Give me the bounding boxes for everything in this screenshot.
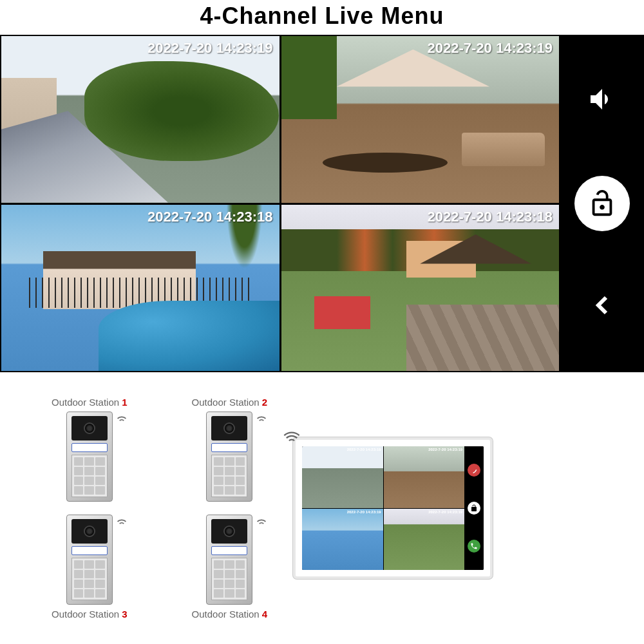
camera-grid: 2022-7-20 14:23:19 2022-7-20 14:23:19 20… [0,35,560,372]
station-label: Outdoor Station 2 [192,397,268,408]
wifi-icon [254,411,269,425]
wifi-icon [115,514,129,528]
speaker-button[interactable] [587,84,618,117]
station-label: Outdoor Station 4 [192,609,268,620]
back-button[interactable] [587,290,618,323]
mini-camera-4: 2022-7-20 14:23:19 [384,509,465,571]
timestamp: 2022-7-20 14:23:19 [147,40,272,57]
station-label: Outdoor Station 3 [52,609,128,620]
control-sidebar [560,35,644,372]
mini-camera-2: 2022-7-20 14:23:19 [384,446,465,508]
chevron-left-icon [587,290,618,321]
answer-icon [468,540,480,553]
devices-diagram: Outdoor Station 1 Outdoor Station 2 [0,372,644,644]
outdoor-station-1: Outdoor Station 1 [52,397,128,502]
timestamp: 2022-7-20 14:23:19 [428,40,553,57]
camera-feed-1[interactable]: 2022-7-20 14:23:19 [1,36,279,203]
timestamp: 2022-7-20 14:23:18 [147,209,272,225]
wifi-icon [254,514,269,528]
camera-feed-2[interactable]: 2022-7-20 14:23:19 [281,36,560,203]
unlock-icon [468,502,480,515]
station-device [66,412,113,502]
mini-camera-3: 2022-7-20 14:23:19 [302,509,383,571]
camera-feed-3[interactable]: 2022-7-20 14:23:18 [1,205,279,372]
station-device [206,515,252,605]
speaker-icon [587,84,618,115]
hangup-icon [468,464,480,477]
outdoor-station-2: Outdoor Station 2 [192,397,268,502]
unlock-button[interactable] [574,176,630,231]
station-device [206,412,252,502]
station-device [66,515,113,605]
page-title: 4-Channel Live Menu [0,0,644,35]
wifi-icon [283,428,301,446]
mini-camera-1: 2022-7-20 14:23:19 [302,446,383,508]
camera-feed-4[interactable]: 2022-7-20 14:23:18 [281,205,560,372]
unlock-icon [587,189,617,218]
indoor-monitor: 2022-7-20 14:23:19 2022-7-20 14:23:19 20… [293,437,493,579]
station-label: Outdoor Station 1 [52,397,128,408]
outdoor-station-4: Outdoor Station 4 [192,515,268,620]
wifi-icon [115,411,129,425]
timestamp: 2022-7-20 14:23:18 [428,209,553,225]
outdoor-station-3: Outdoor Station 3 [52,515,128,620]
live-view-panel: 2022-7-20 14:23:19 2022-7-20 14:23:19 20… [0,35,644,372]
